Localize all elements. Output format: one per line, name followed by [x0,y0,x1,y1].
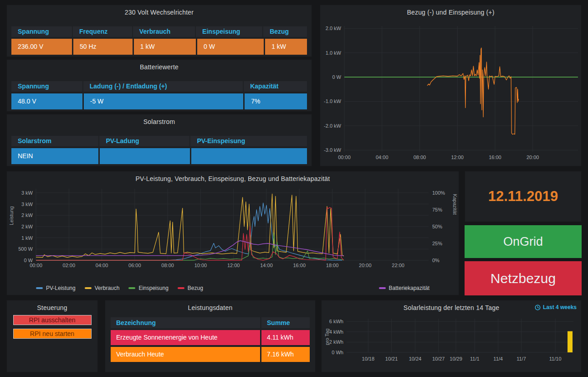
y-tick-label: 2 kW [21,212,33,218]
x-tick-label: 10/24 [409,356,422,362]
series-Bezug-Einspeisung [427,48,519,134]
x-tick-label: 08:00 [414,155,426,160]
panel-title-wechselrichter[interactable]: 230 Volt Wechselrichter [7,5,312,20]
value-solarstrom: NEIN [11,148,98,164]
ongrid-status[interactable]: OnGrid [465,225,582,258]
value-einspeisung: 0 W [197,39,264,55]
y-tick-label: 1 kW [21,235,33,241]
bar-4.11[interactable] [568,331,573,352]
solar14-ylabel: pro Tag [324,329,330,346]
time-range-selector[interactable]: Last 4 weeks [535,304,577,310]
panel-wechselrichter: 230 Volt Wechselrichter Spannung Frequen… [6,5,312,57]
row-verbrauch-label: Verbrauch Heute [111,347,260,362]
col-batt-spannung: Spannung [11,81,82,92]
value-pv-einspeisung [191,148,307,164]
grid-power-chart-canvas[interactable]: 2.0 kW1.0 kW0 W-1.0 kW-2.0 kW-3.0 kW00:0… [320,20,581,165]
rpi-ausschalten-button[interactable]: RPI ausschalten [13,315,92,325]
bezug-swatch [178,287,184,289]
pv-chart-ylabel-left: Leistung [9,206,14,225]
value-batt-ladung: -5 W [84,93,243,109]
time-range-label: Last 4 weeks [543,304,577,310]
legend-batteriekapazitaet[interactable]: Batteriekapazität [379,285,429,291]
pv-leistung-swatch [36,287,43,289]
batteriekapazitaet-swatch [379,287,386,289]
verbrauch-swatch [85,287,92,289]
y-tick-label: 3 kW [21,201,33,207]
legend-einspeisung[interactable]: Einspeisung [128,285,168,291]
pv-day-chart-canvas[interactable]: 3 kW3 kW2 kW2 kW1 kW500 W0 W100%75%50%25… [7,186,459,277]
y-tick-label: -2.0 kW [324,123,342,129]
col-pv-einspeisung: PV-Einspeisung [190,136,307,146]
inverter-table-header: Spannung Frequenz Verbrauch Einspeisung … [11,26,307,37]
x-tick-label: 10/18 [362,356,375,362]
legend-pv-leistung[interactable]: PV-Leistung [36,285,76,291]
x-tick-label: 04:00 [376,155,389,160]
panel-date: 12.11.2019 [465,171,582,222]
panel-netzbezug: Netzbezug [465,261,582,295]
col-summe: Summe [261,317,310,328]
panel-title-batteriewerte[interactable]: Batteriewerte [7,60,312,74]
y-tick-label: 0 W [332,74,341,80]
battery-table: Spannung Ladung (-) / Entladung (+) Kapa… [11,81,307,109]
value-pv-ladung [100,148,190,164]
legend-bezug[interactable]: Bezug [178,285,203,291]
netzbezug-status[interactable]: Netzbezug [465,261,582,295]
leistungsdaten-row-solar: Erzeugte Sonnenenergie von Heute 4.11 kW… [111,330,310,345]
panel-title-solarstrom[interactable]: Solarstrom [7,114,312,129]
rpi-neu-starten-button[interactable]: RPI neu starten [13,329,92,339]
y-tick-label: 2 kW [21,224,33,229]
y-tick-label: 0 Wh [332,350,343,355]
series-Verbrauch [36,194,344,257]
leistungsdaten-row-verbrauch: Verbrauch Heute 7.16 kWh [111,347,310,362]
pv-chart-legend: PV-Leistung Verbrauch Einspeisung Bezug … [36,285,429,291]
x-tick-label: 12:00 [227,263,240,268]
x-tick-label: 10:00 [194,263,207,268]
y-tick-label: 6 kWh [329,319,343,324]
col-batt-ladung: Ladung (-) / Entladung (+) [83,81,243,92]
panel-pv-chart: PV-Leistung, Verbrauch, Einspeisung, Bez… [6,171,459,295]
legend-verbrauch-label: Verbrauch [95,285,120,291]
panel-title-steuerung[interactable]: Steuerung [7,300,97,315]
col-verbrauch: Verbrauch [133,26,195,37]
x-tick-label: 16:00 [489,155,501,160]
y-tick-label: 500 W [18,246,33,252]
panel-title-pv-chart[interactable]: PV-Leistung, Verbrauch, Einspeisung, Bez… [7,171,459,186]
x-tick-label: 11/4 [493,356,503,362]
y-tick-label-right: 50% [432,224,442,229]
x-tick-label: 20:00 [527,155,539,160]
panel-leistungsdaten: Leistungsdaten Bezeichnung Summe Erzeugt… [105,300,316,372]
value-batt-kapazitaet: 7% [245,93,307,109]
value-frequenz: 50 Hz [73,39,133,55]
row-solar-label: Erzeugte Sonnenenergie von Heute [111,330,260,345]
solarstrom-table-header: Solarstrom PV-Ladung PV-Einspeisung [11,136,307,146]
x-tick-label: 10/21 [385,356,398,362]
y-tick-label: -1.0 kW [324,98,342,104]
current-date: 12.11.2019 [465,171,581,222]
col-pv-ladung: PV-Ladung [99,136,189,146]
value-bezug: 1 kW [265,39,307,55]
solar14-chart-canvas[interactable]: 6 kWh4 kWh2 kWh0 Wh10/1810/2110/2410/271… [322,315,581,372]
solarstrom-table-row: NEIN [11,148,307,164]
value-verbrauch: 1 kW [134,39,196,55]
y-tick-label: 2.0 kW [326,26,342,31]
x-tick-label: 00:00 [30,263,42,268]
x-tick-label: 22:00 [392,263,404,268]
x-tick-label: 16:00 [293,263,306,268]
x-tick-label: 11/7 [516,356,526,362]
inverter-table: Spannung Frequenz Verbrauch Einspeisung … [11,26,307,55]
panel-title-grid-chart[interactable]: Bezug (-) und Einspeisung (+) [320,5,581,20]
value-spannung: 236.00 V [11,39,72,55]
x-tick-label: 06:00 [128,263,141,268]
panel-title-leistungsdaten[interactable]: Leistungsdaten [105,300,315,315]
row-solar-value: 4.11 kWh [261,330,310,345]
col-bezug: Bezug [263,26,307,37]
x-tick-label: 04:00 [96,263,108,268]
einspeisung-swatch [128,287,135,289]
panel-grid-chart: Bezug (-) und Einspeisung (+) 2.0 kW1.0 … [320,5,582,166]
col-frequenz: Frequenz [73,26,132,37]
legend-verbrauch[interactable]: Verbrauch [85,285,120,291]
col-spannung: Spannung [11,26,72,37]
x-tick-label: 00:00 [338,155,351,160]
leistungsdaten-header: Bezeichnung Summe [111,317,310,328]
battery-table-row: 48.0 V -5 W 7% [11,93,307,109]
